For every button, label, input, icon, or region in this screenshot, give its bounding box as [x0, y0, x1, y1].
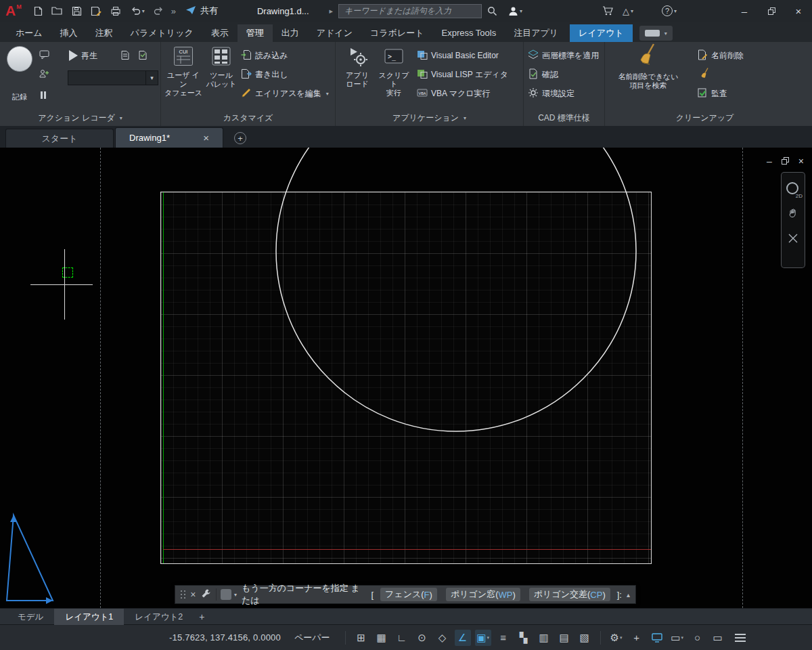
audit-button[interactable]: 監査: [697, 87, 727, 100]
play-button[interactable]: 再生: [69, 49, 97, 62]
save-as-icon[interactable]: [91, 6, 102, 16]
pan-hand-icon[interactable]: [788, 208, 798, 221]
tab-insert[interactable]: 挿入: [51, 24, 87, 42]
visual-basic-editor-button[interactable]: Visual Basic Editor: [417, 49, 499, 62]
message-bubble-icon[interactable]: [39, 50, 50, 60]
zoom-orbit-icon[interactable]: [788, 234, 798, 246]
tab-featured-apps[interactable]: 注目アプリ: [505, 24, 567, 42]
chevron-down-icon[interactable]: ▾: [487, 635, 489, 641]
sign-in-user-icon[interactable]: ▾: [508, 6, 522, 16]
new-layout-button[interactable]: +: [199, 611, 204, 622]
file-tab-start[interactable]: スタート: [5, 129, 114, 148]
undo-icon[interactable]: ▾: [130, 7, 145, 15]
apply-layer-standards-button[interactable]: 画層標準を適用: [528, 49, 599, 62]
minimize-button[interactable]: –: [731, 0, 758, 22]
visual-lisp-editor-button[interactable]: Visual LISP エディタ: [417, 68, 508, 81]
object-snap-icon[interactable]: ▣▾: [475, 630, 491, 646]
search-icon[interactable]: [487, 6, 497, 16]
tab-output[interactable]: 出力: [273, 24, 308, 42]
tab-parametric[interactable]: パラメトリック: [122, 24, 202, 42]
clean-screen-icon[interactable]: ▭: [710, 630, 726, 646]
option-fence[interactable]: フェンス(F): [380, 588, 437, 601]
option-crossing-polygon[interactable]: ポリゴン交差(CP): [529, 588, 610, 601]
wrench-icon[interactable]: [201, 588, 211, 601]
chevron-down-icon[interactable]: ▾: [234, 592, 237, 598]
tab-model[interactable]: モデル: [7, 609, 54, 625]
search-input[interactable]: [338, 4, 482, 18]
crosshair-plus-icon[interactable]: +: [629, 630, 645, 646]
ortho-icon[interactable]: ∟: [394, 630, 410, 646]
check-standards-button[interactable]: 確認: [528, 68, 558, 81]
purge-small-broom-icon[interactable]: [700, 68, 710, 80]
close-button[interactable]: ×: [785, 0, 812, 22]
customization-menu-icon[interactable]: [735, 634, 746, 642]
tab-view[interactable]: 表示: [202, 24, 238, 42]
ribbon-display-toggle[interactable]: ▾: [639, 26, 673, 41]
viewport-restore-icon[interactable]: [782, 156, 789, 167]
snap-mode-icon[interactable]: ⊞: [353, 630, 369, 646]
tab-annotate[interactable]: 注釈: [87, 24, 122, 42]
navigation-wheel-icon[interactable]: 2D: [786, 182, 800, 196]
graphics-performance-icon[interactable]: [649, 630, 665, 646]
option-window-polygon[interactable]: ポリゴン窓(WP): [446, 588, 520, 601]
tab-manage[interactable]: 管理: [238, 24, 273, 42]
help-icon[interactable]: ? ▾: [662, 5, 677, 16]
command-close-icon[interactable]: ×: [190, 589, 196, 600]
run-script-button[interactable]: >_ スクリプト 実行: [375, 46, 413, 98]
configure-standards-button[interactable]: 環境設定: [528, 87, 574, 100]
workspace-gear-icon[interactable]: ⚙▾: [608, 630, 625, 646]
close-tab-icon[interactable]: ×: [203, 132, 209, 144]
command-grip[interactable]: [181, 590, 185, 599]
user-interface-button[interactable]: CUI ユーザ イン タフェース: [164, 46, 203, 98]
tab-addins[interactable]: アドイン: [308, 24, 361, 42]
isodraft-icon[interactable]: ◇: [434, 630, 451, 646]
title-expand-icon[interactable]: ▸: [330, 7, 334, 16]
app-menu-button[interactable]: A M: [5, 3, 22, 18]
new-tab-button[interactable]: +: [234, 132, 246, 144]
paper-space-button[interactable]: ペーパー: [294, 632, 330, 644]
polar-tracking-icon[interactable]: ⊙: [414, 630, 430, 646]
app-store-cart-icon[interactable]: [602, 6, 613, 16]
transparency-icon[interactable]: ▚: [516, 630, 532, 646]
qat-more-chevron[interactable]: »: [171, 6, 175, 16]
grid-icon[interactable]: ▦: [374, 630, 390, 646]
floating-window-icon[interactable]: ▭▾: [669, 630, 685, 646]
navigation-bar[interactable]: 2D: [781, 172, 805, 268]
annotation-visibility-icon[interactable]: ▤: [556, 630, 572, 646]
tab-layout2[interactable]: レイアウト2: [124, 609, 194, 625]
chevron-down-icon[interactable]: ▾: [326, 91, 329, 97]
command-line[interactable]: × ▾ もう一方のコーナーを指定 または [ フェンス(F) ポリゴン窓(WP)…: [175, 585, 636, 604]
tab-layout1[interactable]: レイアウト1: [54, 609, 124, 625]
chevron-down-icon[interactable]: ▾: [681, 635, 683, 641]
save-icon[interactable]: [72, 6, 82, 16]
panel-title-action-recorder[interactable]: アクション レコーダ▾: [0, 110, 160, 126]
tab-layout-contextual[interactable]: レイアウト: [570, 24, 633, 42]
plot-printer-icon[interactable]: [110, 6, 121, 16]
command-history-icon[interactable]: ▴: [627, 591, 630, 599]
action-macro-dropdown[interactable]: ▾: [68, 70, 158, 85]
viewport-minimize-icon[interactable]: –: [767, 156, 772, 167]
export-customization-button[interactable]: 書き出し: [241, 68, 288, 81]
panel-title-applications[interactable]: アプリケーション▾: [336, 110, 523, 126]
tool-palettes-button[interactable]: ツール パレット: [204, 46, 238, 89]
file-tab-drawing1[interactable]: Drawing1* ×: [115, 127, 223, 148]
recent-commands-icon[interactable]: [221, 589, 231, 600]
insert-pause-icon[interactable]: [39, 91, 47, 100]
autoscale-icon[interactable]: ▧: [577, 630, 593, 646]
record-button[interactable]: [7, 46, 32, 72]
autodesk-triangle-icon[interactable]: △ ▾: [623, 6, 633, 16]
undo-dropdown-icon[interactable]: ▾: [142, 8, 145, 14]
maximize-button[interactable]: [758, 0, 785, 22]
open-folder-icon[interactable]: [51, 6, 63, 16]
tab-express-tools[interactable]: Express Tools: [433, 24, 505, 42]
chevron-down-icon[interactable]: ▾: [664, 30, 667, 37]
viewport-close-icon[interactable]: ×: [798, 156, 804, 167]
osnap-tracking-icon[interactable]: ∠: [455, 630, 471, 646]
lineweight-icon[interactable]: ≡: [495, 630, 512, 646]
import-customization-button[interactable]: 読み込み: [241, 49, 288, 62]
insert-user-message-icon[interactable]: [39, 69, 49, 79]
selection-cycling-icon[interactable]: ▥: [536, 630, 552, 646]
tab-home[interactable]: ホーム: [7, 24, 51, 42]
tab-collaborate[interactable]: コラボレート: [361, 24, 433, 42]
new-file-icon[interactable]: [34, 6, 43, 16]
